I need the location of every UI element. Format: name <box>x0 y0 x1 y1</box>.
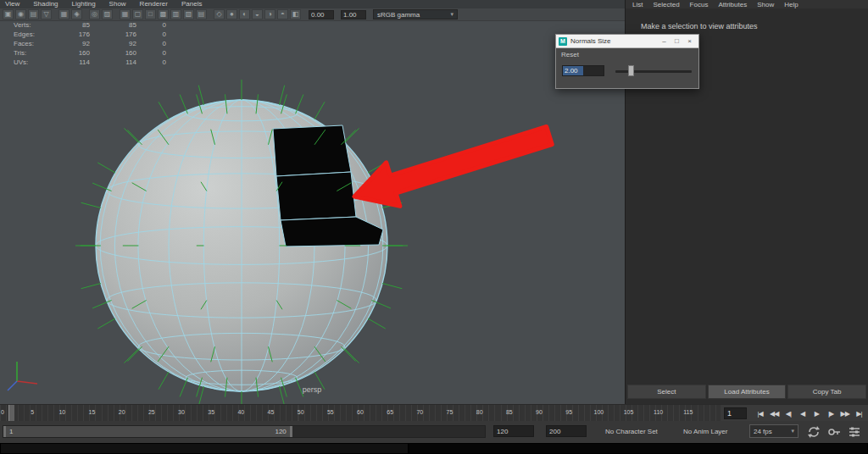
normals-dialog-controls: –□× <box>658 37 696 45</box>
time-slider-ruler[interactable]: 0510152025303540455055606570758085909510… <box>0 405 721 422</box>
time-tick-label: 90 <box>536 409 542 415</box>
step-forward-frame-button[interactable]: ▶▶ <box>838 410 851 418</box>
command-line-input[interactable] <box>1 444 408 453</box>
lights-icon[interactable]: ◒ <box>252 9 263 19</box>
motion-blur-icon[interactable]: ◧ <box>290 9 301 19</box>
shaded-icon[interactable]: ● <box>226 9 237 19</box>
normals-size-slider-track[interactable] <box>615 70 692 73</box>
playback-loop-icon[interactable] <box>807 425 821 439</box>
play-backwards-button[interactable]: ◀ <box>796 410 809 418</box>
film-gate-icon[interactable]: ▢ <box>132 9 143 19</box>
field-chart-icon[interactable]: ▥ <box>170 9 181 19</box>
attribute-editor-buttons: SelectLoad AttributesCopy Tab <box>627 385 866 399</box>
viewport-menu-show[interactable]: Show <box>109 0 126 8</box>
lock-camera-icon[interactable]: ◉ <box>15 9 26 19</box>
hud-value: 85 <box>56 20 90 30</box>
ae-button-copy-tab[interactable]: Copy Tab <box>787 385 866 399</box>
normals-size-window: M Normals Size –□× Reset <box>555 34 699 89</box>
hud-row: Tris:1601600 <box>14 48 166 58</box>
viewport-menu-lighting[interactable]: Lighting <box>72 0 96 8</box>
bookmarks-icon[interactable]: ▽ <box>41 9 52 19</box>
ae-menu-selected[interactable]: Selected <box>653 1 679 8</box>
range-slider-track[interactable]: 1 120 <box>3 425 486 438</box>
ae-button-select[interactable]: Select <box>627 385 706 399</box>
time-tick-label: 95 <box>565 409 572 415</box>
minimize-button[interactable]: – <box>658 37 670 45</box>
resolution-gate-icon[interactable]: □ <box>145 9 156 19</box>
fps-dropdown[interactable]: 24 fps ▾ <box>749 424 798 438</box>
maya-logo-icon: M <box>559 37 567 46</box>
time-tick-label: 45 <box>268 409 275 415</box>
ae-button-load-attributes[interactable]: Load Attributes <box>708 385 787 399</box>
hud-value: 92 <box>56 39 90 48</box>
gamma-field[interactable] <box>341 10 366 19</box>
animation-end-field[interactable] <box>546 425 587 437</box>
time-tick-label: 35 <box>208 409 214 415</box>
step-back-frame-button[interactable]: ◀◀ <box>768 410 781 418</box>
step-forward-key-button[interactable]: |▶ <box>825 410 837 418</box>
chevron-down-icon: ▾ <box>450 11 453 18</box>
time-tick-label: 25 <box>148 409 155 415</box>
ae-menu-attributes[interactable]: Attributes <box>718 1 747 8</box>
wireframe-icon[interactable]: ◇ <box>214 9 225 19</box>
current-time-marker[interactable] <box>8 405 14 422</box>
axis-gizmo <box>8 362 37 390</box>
exposure-field[interactable] <box>309 10 334 19</box>
ae-menu-focus[interactable]: Focus <box>690 1 709 8</box>
time-tick-label: 10 <box>58 409 65 415</box>
anim-layer-dropdown[interactable]: No Anim Layer <box>683 428 727 435</box>
hud-value: 176 <box>56 30 90 39</box>
animation-preferences-icon[interactable] <box>848 425 861 439</box>
image-plane-icon[interactable]: ▦ <box>58 9 70 19</box>
hud-value: 0 <box>136 30 166 39</box>
ae-menu-show[interactable]: Show <box>757 1 774 8</box>
hud-row-label: UVs: <box>14 58 56 67</box>
viewport-menubar: ViewShadingLightingShowRendererPanels <box>0 0 625 8</box>
oversampling-icon[interactable]: ◎ <box>89 9 100 19</box>
2d-pan-zoom-icon[interactable]: ◈ <box>71 9 82 19</box>
playback-end-field[interactable] <box>493 425 534 437</box>
grid-icon[interactable]: ▦ <box>120 9 131 19</box>
ambient-occlusion-icon[interactable]: ◓ <box>277 9 288 19</box>
step-back-key-button[interactable]: ◀| <box>782 410 794 418</box>
time-tick-label: 40 <box>237 409 244 415</box>
go-to-start-button[interactable]: |◀ <box>754 410 766 418</box>
maya-window: ViewShadingLightingShowRendererPanels ▣◉… <box>0 0 868 454</box>
safe-action-icon[interactable]: ▧ <box>183 9 194 19</box>
gate-mask-icon[interactable]: ▩ <box>158 9 169 19</box>
close-button[interactable]: × <box>683 37 696 45</box>
textured-icon[interactable]: ◐ <box>239 9 250 19</box>
maximize-button[interactable]: □ <box>670 37 683 45</box>
attribute-editor-message: Make a selection to view attributes <box>641 22 758 30</box>
auto-keyframe-icon[interactable] <box>827 425 841 439</box>
time-tick-label: 110 <box>654 409 663 415</box>
normals-size-value-field[interactable] <box>562 65 604 76</box>
go-to-end-button[interactable]: ▶| <box>853 410 865 418</box>
select-camera-icon[interactable]: ▣ <box>3 9 14 19</box>
viewport-menu-view[interactable]: View <box>5 0 19 8</box>
shadows-icon[interactable]: ◑ <box>264 9 275 19</box>
play-forward-button[interactable]: ▶ <box>810 410 823 418</box>
playback-range-bar[interactable]: 1 120 <box>3 426 292 437</box>
character-set-dropdown[interactable]: No Character Set <box>605 428 658 435</box>
current-frame-field[interactable] <box>724 407 747 419</box>
time-slider-row: 0510152025303540455055606570758085909510… <box>0 404 868 421</box>
camera-attributes-icon[interactable]: ▤ <box>28 9 39 19</box>
viewport-toolbar-icons: ▣◉▤▽▦◈◎▨▦▢□▩▥▧▤◇●◐◒◑◓◧ <box>2 9 302 19</box>
view-transform-dropdown[interactable]: sRGB gamma ▾ <box>373 9 458 19</box>
normals-size-titlebar[interactable]: M Normals Size –□× <box>556 35 698 47</box>
command-line-result <box>409 444 867 453</box>
ae-menu-list[interactable]: List <box>632 1 643 8</box>
viewport-menu-shading[interactable]: Shading <box>33 0 58 8</box>
time-tick-label: 15 <box>89 409 96 415</box>
time-tick-label: 75 <box>447 409 453 415</box>
reset-menu-item[interactable]: Reset <box>561 51 579 58</box>
normals-size-slider-handle[interactable] <box>628 65 634 76</box>
viewport-menu-panels[interactable]: Panels <box>181 0 202 8</box>
safe-title-icon[interactable]: ▤ <box>196 9 207 19</box>
grease-pencil-icon[interactable]: ▨ <box>102 9 113 19</box>
ae-menu-help[interactable]: Help <box>784 1 798 8</box>
hud-row-label: Edges: <box>14 30 56 39</box>
range-slider-row: 1 120 No Character Set No Anim Layer 24 … <box>0 421 868 443</box>
viewport-menu-renderer[interactable]: Renderer <box>140 0 168 8</box>
